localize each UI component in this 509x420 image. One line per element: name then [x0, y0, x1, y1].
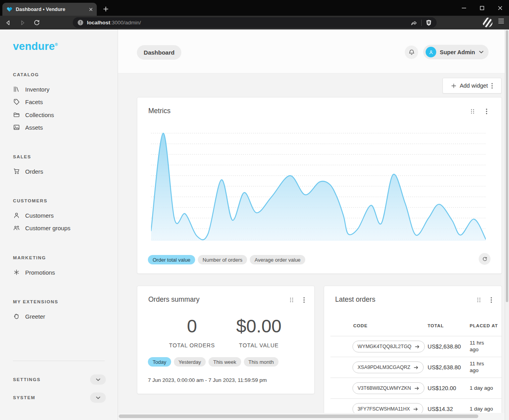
chevron-down-icon	[96, 396, 100, 399]
horizontal-scrollbar[interactable]	[118, 413, 505, 420]
total-value-label: TOTAL VALUE	[219, 342, 298, 348]
horizontal-scrollbar-thumb[interactable]	[119, 414, 478, 418]
tab-close-icon[interactable]	[89, 7, 93, 11]
page-header: Dashboard Super Admin	[118, 29, 505, 73]
users-icon	[13, 224, 20, 231]
sidebar-divider	[13, 361, 105, 361]
vendure-logo[interactable]: vendure®	[13, 40, 58, 53]
address-bar[interactable]: localhost:3000/admin/	[73, 17, 437, 28]
forward-button[interactable]	[17, 17, 28, 28]
reload-icon	[33, 19, 40, 26]
sidebar-item-inventory[interactable]: Inventory	[13, 85, 50, 94]
kebab-icon[interactable]	[303, 297, 305, 303]
orders-summary-title: Orders summary	[148, 295, 199, 304]
metrics-area-chart	[151, 130, 486, 244]
tab-order-total-value[interactable]: Order total value	[148, 255, 195, 264]
user-icon	[13, 212, 20, 219]
add-widget-button[interactable]: Add widget	[443, 78, 502, 94]
tab-number-of-orders[interactable]: Number of orders	[198, 255, 247, 264]
browser-tab[interactable]: Dashboard • Vendure	[2, 3, 97, 16]
kebab-icon[interactable]	[491, 297, 492, 303]
order-code-link[interactable]: V3T6BW8ZQLWMYZKN	[352, 382, 424, 394]
sidebar-section-settings[interactable]: SETTINGS	[13, 374, 106, 385]
system-expand-button[interactable]	[90, 392, 106, 403]
chevron-down-icon	[479, 51, 483, 53]
vertical-scrollbar[interactable]	[505, 29, 509, 420]
sidebar-item-customers[interactable]: Customers	[13, 211, 54, 220]
brave-shield-icon[interactable]	[426, 19, 432, 26]
window-minimize-button[interactable]	[455, 0, 473, 16]
order-code-link[interactable]: XSA9PD4LM3CGAQRZ	[352, 361, 424, 373]
sidebar-item-label: Customers	[25, 212, 54, 219]
arrow-right-icon	[413, 365, 419, 370]
order-row: WYMGK4TQQ8JL2TGQ US$2,638.80 11 hrs ago	[324, 336, 502, 357]
order-placed-at: 1 day ago	[470, 385, 494, 392]
sidebar-item-customer-groups[interactable]: Customer groups	[13, 224, 70, 232]
tag-icon	[13, 98, 20, 105]
metrics-tabs: Order total value Number of orders Avera…	[148, 255, 305, 264]
vertical-scrollbar-thumb[interactable]	[506, 30, 508, 302]
hamburger-icon	[498, 18, 504, 24]
filter-this-week[interactable]: This week	[208, 357, 241, 367]
cart-icon	[13, 168, 20, 175]
sidebar-item-facets[interactable]: Facets	[13, 97, 43, 106]
metrics-title: Metrics	[148, 107, 170, 115]
plus-icon	[103, 6, 109, 12]
site-info-icon[interactable]	[77, 20, 83, 26]
column-header-placed-at: PLACED AT	[470, 323, 498, 328]
order-row: V3T6BW8ZQLWMYZKN US$120.00 1 day ago	[324, 378, 502, 398]
latest-orders-widget: Latest orders CODE TOTAL PLACED AT WYMGK…	[324, 286, 502, 420]
sidebar-item-assets[interactable]: Assets	[13, 123, 43, 132]
order-code: V3T6BW8ZQLWMYZKN	[358, 385, 411, 391]
settings-expand-button[interactable]	[90, 374, 106, 385]
back-button[interactable]	[2, 17, 14, 28]
plus-icon	[451, 83, 456, 88]
window-maximize-button[interactable]	[473, 0, 491, 16]
chevron-down-icon	[96, 378, 100, 381]
library-icon	[13, 86, 20, 93]
browser-profile-avatar[interactable]	[483, 18, 492, 28]
column-header-code: CODE	[353, 323, 367, 328]
kebab-icon[interactable]	[491, 83, 493, 89]
window-close-button[interactable]	[491, 0, 509, 16]
kebab-icon[interactable]	[486, 108, 487, 114]
sidebar-item-label: Orders	[25, 168, 43, 175]
drag-handle-icon[interactable]	[290, 297, 294, 303]
order-total: US$2,638.80	[428, 364, 461, 370]
drag-handle-icon[interactable]	[477, 297, 481, 303]
bell-icon	[408, 49, 415, 56]
order-placed-at: 1 day ago	[470, 406, 494, 413]
notifications-button[interactable]	[405, 46, 418, 59]
share-icon[interactable]	[410, 20, 417, 26]
refresh-button[interactable]	[479, 253, 491, 265]
sidebar-item-label: Greeter	[25, 313, 45, 320]
breadcrumb-dashboard[interactable]: Dashboard	[137, 45, 181, 60]
total-value-value: $0.00	[219, 315, 298, 337]
tab-average-order-value[interactable]: Average order value	[250, 255, 305, 264]
orders-summary-widget: Orders summary 0 TOTAL ORDERS $0.00 TOTA…	[137, 286, 315, 394]
sidebar-item-promotions[interactable]: Promotions	[13, 268, 55, 277]
column-header-total: TOTAL	[428, 323, 444, 328]
filter-yesterday[interactable]: Yesterday	[174, 357, 206, 367]
arrow-right-icon	[413, 407, 418, 411]
section-label-system: SYSTEM	[13, 395, 35, 400]
toolbar-separator	[421, 20, 422, 26]
section-label-my-extensions: MY EXTENSIONS	[13, 299, 58, 304]
url-host: localhost	[87, 20, 110, 26]
drag-handle-icon[interactable]	[470, 109, 475, 114]
filter-today[interactable]: Today	[148, 357, 171, 367]
reload-button[interactable]	[31, 17, 42, 28]
orders-table-header: CODE TOTAL PLACED AT	[324, 323, 502, 336]
new-tab-button[interactable]	[101, 5, 110, 13]
user-menu[interactable]: Super Admin	[423, 45, 489, 59]
refresh-icon	[482, 256, 488, 262]
filter-this-month[interactable]: This month	[244, 357, 278, 367]
sidebar-item-collections[interactable]: Collections	[13, 110, 54, 119]
sidebar-item-greeter[interactable]: Greeter	[13, 312, 45, 321]
browser-menu-button[interactable]	[498, 18, 504, 24]
sidebar-section-system[interactable]: SYSTEM	[13, 392, 106, 403]
sidebar-item-orders[interactable]: Orders	[13, 167, 43, 176]
order-total: US$120.00	[428, 385, 456, 391]
order-code-link[interactable]: WYMGK4TQQ8JL2TGQ	[352, 341, 425, 352]
url-path: :3000/admin/	[110, 20, 141, 26]
